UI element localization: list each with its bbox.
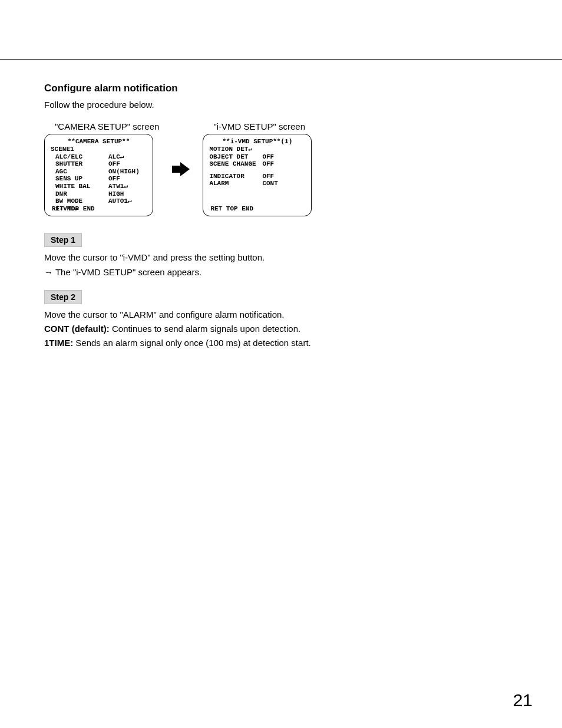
screen1-scene: SCENE1	[51, 146, 147, 153]
intro-text: Follow the procedure below.	[44, 99, 518, 111]
screen1-footer: RET TOP END	[52, 205, 95, 213]
step1-text: Move the cursor to "i-VMD" and press the…	[44, 252, 518, 263]
arrow-right-icon	[172, 162, 190, 176]
screen2-footer: RET TOP END	[210, 205, 253, 213]
screen1-label: "CAMERA SETUP" screen	[55, 121, 159, 131]
step2-1time: 1TIME: Sends an alarm signal only once (…	[44, 337, 518, 349]
section-heading: Configure alarm notification	[44, 83, 518, 94]
screens-row: "CAMERA SETUP" screen **CAMERA SETUP** S…	[44, 121, 518, 216]
page-number: 21	[513, 690, 533, 710]
step2-line1: Move the cursor to "ALARM" and configure…	[44, 309, 518, 321]
step1-label: Step 1	[44, 233, 82, 247]
screen2-title: **i-VMD SETUP**(1)	[209, 138, 305, 146]
step2-cont: CONT (default): Continues to send alarm …	[44, 323, 518, 335]
camera-setup-screen: **CAMERA SETUP** SCENE1 ALC/ELCALC↵ SHUT…	[44, 134, 153, 216]
svg-marker-0	[172, 162, 190, 176]
screen2-label: "i-VMD SETUP" screen	[213, 121, 305, 131]
arrow-right-char-icon: →	[44, 267, 53, 277]
screen1-title: **CAMERA SETUP**	[51, 138, 147, 146]
ivmd-setup-screen: **i-VMD SETUP**(1) MOTION DET↵ OBJECT DE…	[203, 134, 312, 216]
step2-label: Step 2	[44, 290, 82, 304]
step1-result: → The "i-VMD SETUP" screen appears.	[44, 266, 518, 278]
